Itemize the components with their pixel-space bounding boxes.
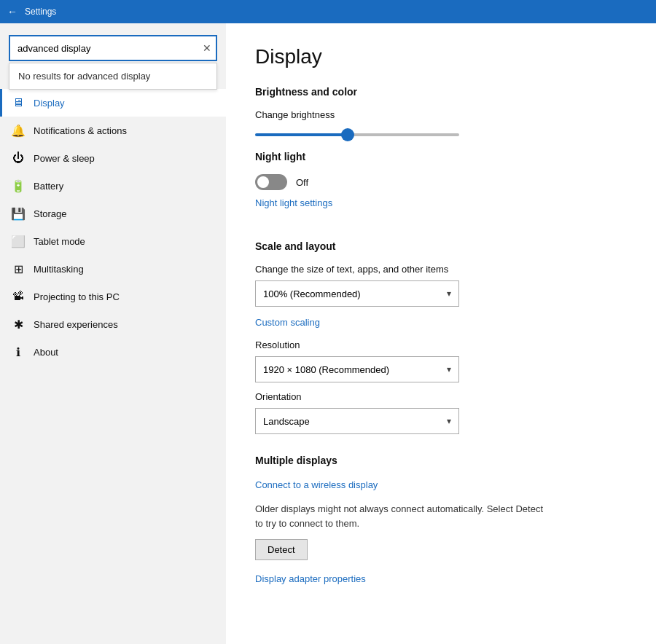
- wireless-display-link[interactable]: Connect to a wireless display: [255, 479, 378, 490]
- custom-scaling-link[interactable]: Custom scaling: [255, 317, 320, 328]
- no-results-text: No results for advanced display: [18, 71, 150, 82]
- about-icon: ℹ: [12, 345, 25, 358]
- night-light-row: Off: [255, 174, 627, 190]
- search-container: ✕ No results for advanced display: [9, 35, 217, 61]
- sidebar-item-about[interactable]: ℹ About: [0, 338, 226, 366]
- multiple-displays-title: Multiple displays: [255, 455, 627, 466]
- sidebar-item-display[interactable]: 🖥 Display: [0, 89, 226, 117]
- sidebar-item-label-multitasking: Multitasking: [34, 264, 84, 275]
- sidebar-item-tablet[interactable]: ⬜ Tablet mode: [0, 227, 226, 255]
- sidebar: ✕ No results for advanced display System…: [0, 23, 226, 644]
- sidebar-item-multitasking[interactable]: ⊞ Multitasking: [0, 255, 226, 283]
- power-icon: ⏻: [12, 152, 25, 165]
- slider-container: [255, 126, 627, 139]
- night-light-toggle[interactable]: [255, 174, 287, 190]
- back-button[interactable]: ←: [7, 6, 17, 17]
- brightness-section-title: Brightness and color: [255, 86, 627, 98]
- orientation-dropdown[interactable]: Landscape ▾: [255, 408, 459, 434]
- sidebar-item-shared[interactable]: ✱ Shared experiences: [0, 310, 226, 338]
- sidebar-item-label-shared: Shared experiences: [34, 319, 118, 330]
- sidebar-item-notifications[interactable]: 🔔 Notifications & actions: [0, 117, 226, 144]
- size-dropdown[interactable]: 100% (Recommended) ▾: [255, 280, 459, 307]
- toggle-knob: [257, 176, 269, 188]
- display-icon: 🖥: [12, 96, 25, 109]
- search-dropdown: No results for advanced display: [9, 63, 217, 90]
- sidebar-item-label-power: Power & sleep: [34, 153, 95, 164]
- sidebar-item-projecting[interactable]: 📽 Projecting to this PC: [0, 283, 226, 310]
- sidebar-item-label-storage: Storage: [34, 208, 67, 219]
- scale-section: Scale and layout Change the size of text…: [255, 240, 627, 434]
- titlebar-title: Settings: [25, 7, 56, 17]
- storage-icon: 💾: [12, 207, 25, 220]
- sidebar-item-power[interactable]: ⏻ Power & sleep: [0, 144, 226, 172]
- orientation-label: Orientation: [255, 391, 627, 402]
- brightness-slider[interactable]: [255, 133, 459, 136]
- battery-icon: 🔋: [12, 179, 25, 192]
- detect-button[interactable]: Detect: [255, 539, 308, 560]
- size-label: Change the size of text, apps, and other…: [255, 264, 627, 275]
- multiple-displays-info: Older displays might not always connect …: [255, 502, 547, 530]
- brightness-label: Change brightness: [255, 109, 627, 120]
- projecting-icon: 📽: [12, 290, 25, 303]
- orientation-dropdown-arrow: ▾: [447, 416, 451, 426]
- night-light-status: Off: [296, 177, 308, 188]
- tablet-icon: ⬜: [12, 235, 25, 248]
- resolution-dropdown[interactable]: 1920 × 1080 (Recommended) ▾: [255, 356, 459, 382]
- size-dropdown-arrow: ▾: [447, 288, 451, 299]
- notifications-icon: 🔔: [12, 124, 25, 137]
- multitasking-icon: ⊞: [12, 262, 25, 275]
- sidebar-item-label-projecting: Projecting to this PC: [34, 291, 120, 302]
- sidebar-item-label-about: About: [34, 347, 58, 358]
- app-body: ✕ No results for advanced display System…: [0, 23, 656, 644]
- sidebar-item-label-display: Display: [34, 98, 65, 109]
- sidebar-item-label-battery: Battery: [34, 181, 63, 192]
- shared-icon: ✱: [12, 318, 25, 331]
- sidebar-item-label-tablet: Tablet mode: [34, 236, 85, 247]
- search-input[interactable]: [9, 35, 217, 61]
- display-adapter-link[interactable]: Display adapter properties: [255, 573, 366, 584]
- scale-section-title: Scale and layout: [255, 240, 627, 252]
- resolution-dropdown-value: 1920 × 1080 (Recommended): [263, 364, 389, 375]
- orientation-dropdown-value: Landscape: [263, 416, 310, 427]
- sidebar-items-container: 🖥 Display 🔔 Notifications & actions ⏻ Po…: [0, 89, 226, 366]
- page-title: Display: [255, 45, 627, 68]
- night-light-settings-link[interactable]: Night light settings: [255, 197, 332, 208]
- sidebar-item-label-notifications: Notifications & actions: [34, 125, 127, 136]
- sidebar-item-storage[interactable]: 💾 Storage: [0, 200, 226, 227]
- search-clear-button[interactable]: ✕: [203, 43, 211, 53]
- size-dropdown-value: 100% (Recommended): [263, 288, 361, 299]
- brightness-section: Brightness and color Change brightness N…: [255, 86, 627, 220]
- main-content: Display Brightness and color Change brig…: [226, 23, 656, 644]
- sidebar-item-battery[interactable]: 🔋 Battery: [0, 172, 226, 200]
- resolution-dropdown-arrow: ▾: [447, 364, 451, 374]
- night-light-label: Night light: [255, 151, 627, 162]
- titlebar: ← Settings: [0, 0, 656, 23]
- multiple-displays-section: Multiple displays Connect to a wireless …: [255, 455, 627, 596]
- resolution-label: Resolution: [255, 339, 627, 350]
